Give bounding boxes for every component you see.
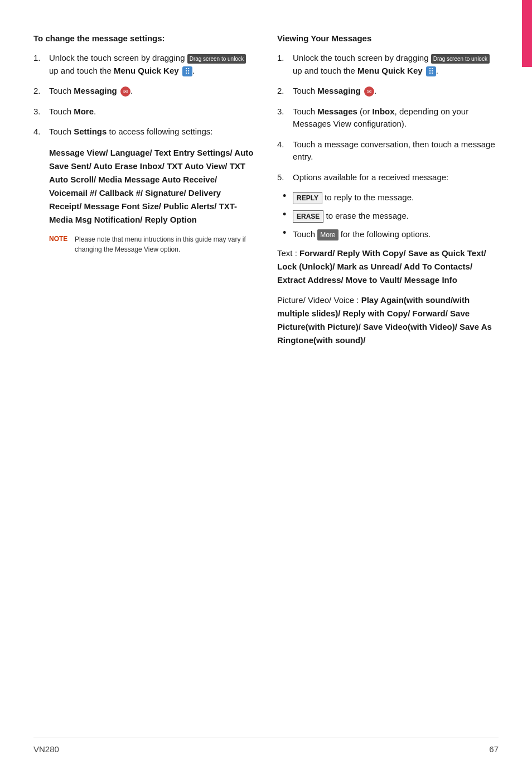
step-1-content: Unlock the touch screen by dragging Drag…: [49, 52, 255, 77]
sub-block-media-label: Picture/ Video/ Voice :: [277, 295, 361, 305]
footer: VN280 67: [0, 744, 532, 754]
right-step-5: 5. Options available for a received mess…: [277, 171, 499, 184]
right-step-number-5: 5.: [277, 171, 293, 184]
menu-icon-right: [426, 66, 436, 76]
msg-icon-left: [120, 86, 130, 97]
drag-badge-left: Drag screen to unlock: [187, 54, 246, 64]
step-number-1: 1.: [33, 52, 49, 77]
footer-model: VN280: [33, 744, 59, 754]
sidebar-accent: [522, 0, 532, 67]
bullet-more-content: Touch More for the following options.: [293, 228, 499, 241]
right-heading: Viewing Your Messages: [277, 33, 499, 43]
drag-badge-right: Drag screen to unlock: [431, 54, 490, 64]
erase-button[interactable]: ERASE: [293, 210, 323, 223]
note-block: NOTE Please note that menu intructions i…: [49, 234, 255, 254]
left-step-3: 3. Touch More.: [33, 105, 255, 118]
note-text: Please note that menu intructions in thi…: [75, 234, 255, 254]
left-step-4: 4. Touch Settings to access following se…: [33, 126, 255, 138]
step-number-3: 3.: [33, 105, 49, 118]
left-step-2: 2. Touch Messaging .: [33, 85, 255, 98]
right-step-number-1: 1.: [277, 52, 293, 77]
settings-list: Message View/ Language/ Text Entry Setti…: [49, 146, 255, 227]
bottom-divider: [33, 738, 499, 738]
sub-block-media: Picture/ Video/ Voice : Play Again(with …: [277, 294, 499, 347]
right-step-number-3: 3.: [277, 105, 293, 131]
step-number-4: 4.: [33, 126, 49, 138]
left-step-1: 1. Unlock the touch screen by dragging D…: [33, 52, 255, 77]
bullet-dot-2: •: [283, 209, 293, 220]
left-heading: To change the message settings:: [33, 33, 255, 43]
step-4-content: Touch Settings to access following setti…: [49, 126, 255, 138]
sub-block-text: Text : Forward/ Reply With Copy/ Save as…: [277, 247, 499, 287]
bullet-dot-1: •: [283, 190, 293, 202]
step-2-content: Touch Messaging .: [49, 85, 255, 98]
bullet-reply: • REPLY to reply to the message.: [283, 191, 499, 204]
page-container: To change the message settings: 1. Unloc…: [0, 0, 532, 765]
right-step-4: 4. Touch a message conversation, then to…: [277, 138, 499, 163]
two-column-layout: To change the message settings: 1. Unloc…: [33, 33, 499, 354]
right-step-1: 1. Unlock the touch screen by dragging D…: [277, 52, 499, 77]
reply-button[interactable]: REPLY: [293, 192, 322, 204]
note-label: NOTE: [49, 234, 70, 254]
right-step-2: 2. Touch Messaging .: [277, 85, 499, 98]
bullet-more: • Touch More for the following options.: [283, 228, 499, 241]
right-step-number-4: 4.: [277, 138, 293, 163]
msg-icon-right: [364, 86, 374, 97]
step-3-content: Touch More.: [49, 105, 255, 118]
bullet-erase-content: ERASE to erase the message.: [293, 210, 499, 223]
right-step-1-content: Unlock the touch screen by dragging Drag…: [293, 52, 499, 77]
bullet-dot-3: •: [283, 227, 293, 239]
right-step-5-content: Options available for a received message…: [293, 171, 499, 184]
right-column: Viewing Your Messages 1. Unlock the touc…: [277, 33, 499, 354]
footer-page: 67: [489, 744, 499, 754]
left-column: To change the message settings: 1. Unloc…: [33, 33, 255, 354]
right-step-4-content: Touch a message conversation, then touch…: [293, 138, 499, 163]
more-button[interactable]: More: [317, 229, 338, 240]
menu-icon-left: [182, 66, 192, 76]
sub-block-text-label: Text :: [277, 248, 299, 258]
right-step-3: 3. Touch Messages (or Inbox, depending o…: [277, 105, 499, 131]
step-number-2: 2.: [33, 85, 49, 98]
bullet-erase: • ERASE to erase the message.: [283, 210, 499, 223]
bullet-reply-content: REPLY to reply to the message.: [293, 191, 499, 204]
right-step-3-content: Touch Messages (or Inbox, depending on y…: [293, 105, 499, 131]
bullet-list: • REPLY to reply to the message. • ERASE…: [277, 191, 499, 241]
right-step-2-content: Touch Messaging .: [293, 85, 499, 98]
right-step-number-2: 2.: [277, 85, 293, 98]
